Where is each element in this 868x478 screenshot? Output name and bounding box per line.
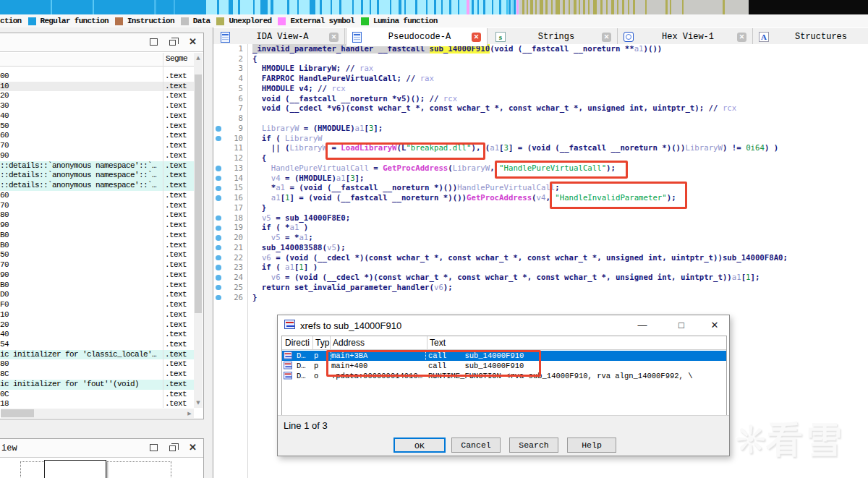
line-number: 22 [213,253,243,263]
legend-item: Regular function [22,17,109,25]
code-line: 5 HMODULE v4; // rcx [213,84,868,94]
function-row[interactable]: 18.text [0,399,194,408]
function-row[interactable]: 90.text [0,270,194,281]
tab-label: Structures [774,32,868,42]
code-line: 15 *a1 = (void (__fastcall __noreturn *)… [213,183,868,193]
code-line: 11 || (LibraryW = LoadLibraryW(L"breakpa… [213,143,868,153]
function-row[interactable]: 90.text [0,221,194,231]
legend-color-swatch [28,17,36,25]
view-icon [352,32,363,43]
line-number: 17 [213,203,243,213]
function-row[interactable]: D0.text [0,290,194,300]
tab-ida-view-a[interactable]: IDA View-A✕ [215,28,345,46]
hex-view-icon [624,32,634,43]
function-row[interactable]: 50.text [0,121,194,132]
function-row[interactable]: 00.text [0,72,194,82]
help-button[interactable]: Help [567,438,616,453]
segment-column-header[interactable]: Segme [166,54,187,63]
minimize-icon[interactable]: — [637,320,648,330]
legend-item-truncated: ction [0,17,22,25]
search-button[interactable]: Search [509,438,558,453]
line-number: 25 [213,283,243,293]
tab-close-icon[interactable]: ✕ [602,33,611,42]
line-number: 3 [213,64,243,74]
function-row[interactable]: B0.text [0,241,194,251]
function-row[interactable]: 20.text [0,320,194,330]
function-row[interactable]: ::details::`anonymous namespace'::`….tex… [0,171,194,181]
function-row[interactable]: 0C.text [0,390,194,400]
function-row[interactable]: ::details::`anonymous namespace'::`….tex… [0,161,194,171]
tab-hex-view-1[interactable]: Hex View-1✕ [618,28,753,46]
restore-icon[interactable] [150,443,160,453]
function-row[interactable]: 70.text [0,260,194,270]
overview-viewport-box[interactable] [44,460,106,478]
col-text[interactable]: Text [430,338,446,348]
line-number: 15 [213,183,243,193]
horizontal-scrollbar[interactable]: ▶ [1,409,194,418]
function-row[interactable]: 40.text [0,330,194,340]
col-address[interactable]: Address [333,338,365,348]
function-row[interactable]: 10.text [0,82,194,92]
function-row[interactable]: 40.text [0,111,194,121]
float-icon[interactable] [169,37,179,47]
overview-content[interactable] [0,458,203,478]
overview-titlebar: iew ✕ [0,439,203,458]
strings-icon: s [495,32,506,43]
function-row[interactable]: B0.text [0,231,194,241]
line-number: 14 [213,174,243,184]
code-line: 24 v6 = (void (__cdecl *)(const wchar_t … [213,273,868,283]
annotation-box [326,350,541,377]
function-row[interactable]: F0.text [0,300,194,310]
legend-color-swatch [361,17,369,25]
tab-close-icon[interactable]: ✕ [329,33,339,42]
scroll-down-icon[interactable]: ▼ [194,398,203,407]
function-row[interactable]: 70.text [0,141,194,151]
function-row[interactable]: 10.text [0,310,194,320]
xrefs-dialog-icon [284,320,296,330]
close-icon[interactable]: ✕ [189,37,199,47]
annotation-box [495,161,628,179]
scroll-up-icon[interactable]: ▲ [194,54,203,62]
legend-item: Lumina function [354,17,438,25]
vertical-scrollbar[interactable]: ▲ ▼ [194,53,203,408]
function-row[interactable]: 60.text [0,191,194,201]
function-row[interactable]: 30.text [0,101,194,111]
close-icon[interactable]: ✕ [189,443,199,453]
ida-pro-window: ctionRegular functionInstructionDataUnex… [0,0,868,478]
col-type[interactable]: Typ [315,338,329,348]
restore-icon[interactable] [150,37,160,47]
tab-strings[interactable]: sStrings✕ [490,28,618,46]
scroll-right-icon[interactable]: ▶ [185,409,194,418]
code-line: 4 FARPROC HandlePureVirtualCall; // rax [213,74,868,84]
code-line: 23 if ( a1[1] ) [213,263,868,273]
function-row[interactable]: 90.text [0,151,194,161]
function-row[interactable]: 50.text [0,250,194,260]
function-row[interactable]: 20.text [0,91,194,101]
float-icon[interactable] [169,443,179,453]
function-row[interactable]: 8C.text [0,370,194,380]
maximize-icon[interactable]: □ [676,320,687,330]
function-row[interactable]: ic initializer for 'fout''(void).text [0,380,194,390]
cancel-button[interactable]: Cancel [451,438,501,453]
line-number: 1 [213,44,243,54]
ok-button[interactable]: OK [393,438,446,453]
function-row[interactable]: 54.text [0,340,194,350]
function-row[interactable]: ::details::`anonymous namespace'::`….tex… [0,181,194,191]
graph-overview-panel: iew ✕ [0,438,204,478]
function-row[interactable]: ic initializer for 'classic_locale'….tex… [0,350,194,360]
navigation-band[interactable] [0,0,868,14]
col-direction[interactable]: Directi [285,338,310,348]
tab-close-icon[interactable]: ✕ [737,33,746,42]
function-row[interactable]: 70.text [0,201,194,211]
xrefs-dialog-titlebar[interactable]: xrefs to sub_14000F910 — □ ✕ [278,315,729,336]
function-row[interactable]: B0.text [0,281,194,291]
function-row[interactable]: 60.text [0,131,194,141]
tab-pseudocode-a[interactable]: Pseudocode-A✕ [346,28,488,46]
tab-structures[interactable]: AStructures [753,28,868,46]
function-row[interactable]: 80.text [0,359,194,370]
close-icon[interactable]: ✕ [709,320,720,330]
tab-close-icon[interactable]: ✕ [472,33,481,42]
function-row[interactable]: 80.text [0,210,194,221]
xrefs-dialog: xrefs to sub_14000F910 — □ ✕ Directi Typ… [277,315,730,456]
code-line: 26} [213,293,868,303]
